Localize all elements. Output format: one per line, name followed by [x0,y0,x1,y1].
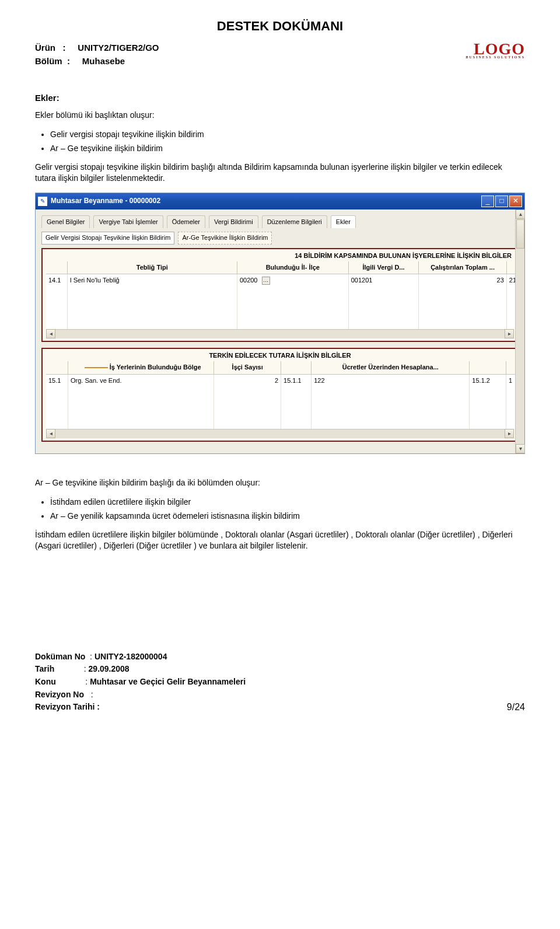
scroll-right-icon[interactable]: ▸ [505,429,514,438]
subject-value: Muhtasar ve Geçici Gelir Beyannameleri [90,677,246,686]
tab-vergiye-tabi-islemler[interactable]: Vergiye Tabi İşlemler [93,215,163,228]
table-row[interactable] [46,418,521,429]
titlebar[interactable]: ✎ Muhtasar Beyanname - 00000002 _ □ ✕ [36,193,524,209]
col-header-il-ilce[interactable]: Bulunduğu İl- İlçe [237,261,348,274]
date-value: 29.09.2008 [89,664,130,673]
date-label: Tarih [35,664,54,673]
ekler-intro: Ekler bölümü iki başlıktan oluşur: [35,110,525,121]
close-button[interactable]: ✕ [509,195,522,207]
grid-isyerleri[interactable]: Tebliğ Tipi Bulunduğu İl- İlçe İlgili Ve… [46,261,521,329]
scroll-thumb[interactable] [516,219,524,249]
col-header-ucretler[interactable]: Ücretler Üzerinden Hesaplana... [312,361,470,374]
cell: 15.1.2 [470,374,506,387]
arge-bullets: İstihdam edilen ücretlilere ilişkin bilg… [50,497,525,522]
tabstrip: Genel Bilgiler Vergiye Tabi İşlemler Öde… [38,213,522,228]
logo-subtext: BUSINESS SOLUTIONS [466,56,525,59]
grid-terkin[interactable]: İş Yerlerinin Bulunduğu Bölge İşçi Sayıs… [46,361,521,429]
cell[interactable]: 122 [312,374,470,387]
product-value: UNITY2/TIGER2/GO [78,43,159,53]
arge-intro: Ar – Ge teşvikine ilişkin bildirim başlı… [35,477,525,489]
table-row[interactable] [46,319,521,329]
paragraph-2: İstihdam edilen ücretlilere ilişkin bilg… [35,529,525,552]
tab-genel-bilgiler[interactable]: Genel Bilgiler [41,215,90,228]
table-row[interactable] [46,408,521,418]
cell: 15.1 [46,374,68,387]
horizontal-scrollbar[interactable]: ◂ ▸ [46,429,514,438]
tab-duzenleme-bilgileri[interactable]: Düzenleme Bilgileri [262,215,327,228]
scroll-left-icon[interactable]: ◂ [46,329,55,338]
maximize-button[interactable]: □ [495,195,508,207]
app-body: ▴ ▾ Genel Bilgiler Vergiye Tabi İşlemler… [36,209,524,453]
cell-value: 00200 [240,277,258,284]
col-header-bolge[interactable]: İş Yerlerinin Bulunduğu Bölge [68,361,214,374]
cell: 15.1.1 [281,374,312,387]
subtabstrip: Gelir Vergisi Stopajı Teşvikine İlişkin … [38,229,522,244]
colon: : [58,43,75,53]
horizontal-scrollbar[interactable]: ◂ ▸ [46,329,514,338]
ekler-bullets: Gelir vergisi stopajı teşvikine ilişkin … [50,129,525,154]
panel2-title: TERKİN EDİLECEK TUTARA İLİŞKİN BİLGİLER [43,349,517,361]
bullet-item: Ar – Ge teşvikine ilişkin bildirim [50,143,525,155]
col-header-teblig-tipi[interactable]: Tebliğ Tipi [67,261,237,274]
rev-no-label: Revizyon No [35,690,84,699]
table-row[interactable]: 15.1 Org. San. ve End. 2 15.1.1 122 15.1… [46,374,521,387]
app-icon: ✎ [38,197,47,206]
table-row[interactable] [46,287,521,298]
col-header[interactable] [46,361,68,374]
subject-label: Konu [35,677,56,686]
vertical-scrollbar[interactable]: ▴ ▾ [515,209,524,453]
subtab-gelir-vergisi[interactable]: Gelir Vergisi Stopajı Teşvikine İlişkin … [41,232,174,244]
table-row[interactable] [46,397,521,408]
col-header[interactable] [46,261,67,274]
doc-no-value: UNITY2-182000004 [94,652,167,661]
paragraph-1: Gelir vergisi stopajı teşvikine ilişkin … [35,162,525,184]
bullet-item: Ar – Ge yenilik kapsamında ücret ödemele… [50,511,525,522]
doc-no-label: Doküman No [35,652,85,661]
window-title: Muhtasar Beyanname - 00000002 [51,196,480,206]
table-row[interactable]: 14.1 I Seri No'lu Tebliğ 00200 … 001201 … [46,274,521,287]
col-header-vergi-d[interactable]: İlgili Vergi D... [348,261,419,274]
table-row[interactable] [46,298,521,308]
cell[interactable]: 23 [419,274,507,287]
scroll-left-icon[interactable]: ◂ [46,429,55,438]
col-header-calistirilan[interactable]: Çalıştırılan Toplam ... [419,261,507,274]
section-label: Bölüm [35,56,62,66]
rev-date-label: Revizyon Tarihi : [35,702,100,711]
page-footer: Doküman No : UNITY2-182000004 Tarih : 29… [35,651,525,714]
cell[interactable]: 001201 [348,274,419,287]
panel-terkin: TERKİN EDİLECEK TUTARA İLİŞKİN BİLGİLER … [41,348,519,442]
tab-odemeler[interactable]: Ödemeler [167,215,205,228]
cell[interactable]: Org. San. ve End. [68,374,214,387]
product-label: Ürün [35,43,55,53]
cell[interactable]: 00200 … [237,274,348,287]
colon: : [65,56,80,66]
cell: 14.1 [46,274,67,287]
col-header[interactable] [470,361,506,374]
section-value: Muhasebe [82,56,125,66]
active-indicator-icon [85,367,108,368]
col-header[interactable] [281,361,312,374]
lookup-button[interactable]: … [262,277,270,285]
tab-vergi-bildirimi[interactable]: Vergi Bildirimi [209,215,258,228]
cell[interactable]: I Seri No'lu Tebliğ [67,274,237,287]
scroll-up-icon[interactable]: ▴ [516,209,525,219]
col-label: İş Yerlerinin Bulunduğu Bölge [110,364,201,371]
footer-meta: Doküman No : UNITY2-182000004 Tarih : 29… [35,651,246,714]
tab-ekler[interactable]: Ekler [331,215,356,228]
panel1-title: 14 BİLDİRİM KAPSAMINDA BULUNAN İŞYERLERİ… [43,249,517,261]
ekler-heading: Ekler: [35,92,525,104]
scroll-down-icon[interactable]: ▾ [516,444,525,453]
page-title: DESTEK DOKÜMANI [35,18,525,36]
table-row[interactable] [46,387,521,397]
brand-logo: LOGO BUSINESS SOLUTIONS [466,41,525,60]
subtab-arge[interactable]: Ar-Ge Teşvikine İlişkin Bildirim [178,232,272,244]
doc-meta: Ürün : UNITY2/TIGER2/GO Bölüm : Muhasebe [35,41,159,68]
bullet-item: İstihdam edilen ücretlilere ilişkin bilg… [50,497,525,508]
app-window: ✎ Muhtasar Beyanname - 00000002 _ □ ✕ ▴ … [35,193,525,454]
cell[interactable]: 2 [214,374,281,387]
col-header-isci-sayisi[interactable]: İşçi Sayısı [214,361,281,374]
table-row[interactable] [46,308,521,319]
scroll-right-icon[interactable]: ▸ [505,329,514,338]
minimize-button[interactable]: _ [481,195,494,207]
panel-bildirim-isyerleri: 14 BİLDİRİM KAPSAMINDA BULUNAN İŞYERLERİ… [41,248,519,342]
